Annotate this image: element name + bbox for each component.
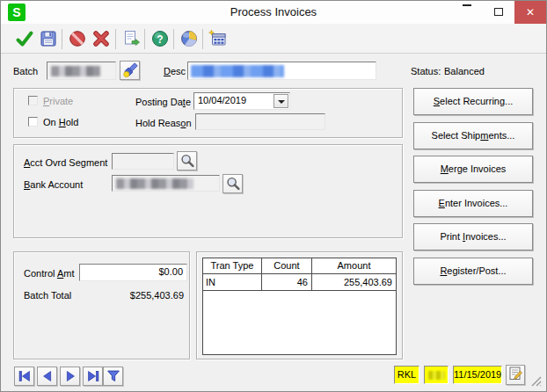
- first-record-icon: [16, 367, 33, 385]
- acct-ovrd-segment-field[interactable]: [112, 153, 174, 170]
- select-shipments-button[interactable]: Select Shipments...: [413, 122, 533, 149]
- delete-button[interactable]: [91, 29, 111, 48]
- status-label: Status:: [411, 65, 441, 77]
- cancel-button[interactable]: [68, 29, 87, 48]
- keypad-button[interactable]: [208, 29, 228, 48]
- export-button[interactable]: [121, 29, 141, 48]
- acct-ovrd-lookup-button[interactable]: [177, 151, 197, 171]
- toolbar-separator: [144, 29, 145, 49]
- batch-field[interactable]: [47, 62, 116, 80]
- help-icon: ?: [150, 29, 170, 48]
- process-invoices-window: Process Invoices S ✕: [0, 0, 547, 392]
- company-code-badge: RKL: [394, 366, 419, 384]
- web-button[interactable]: [179, 29, 199, 48]
- minimize-button[interactable]: [452, 1, 481, 24]
- enter-invoices-button[interactable]: Enter Invoices...: [413, 190, 533, 217]
- user-code-badge: [424, 366, 449, 384]
- accept-button[interactable]: [15, 29, 34, 48]
- filter-button[interactable]: [103, 367, 123, 386]
- hold-reason-label: Hold Reason: [135, 117, 192, 129]
- column-header-tran-type: Tran Type: [203, 258, 261, 274]
- on-hold-label: On Hold: [43, 116, 78, 128]
- memo-button[interactable]: [506, 365, 525, 385]
- next-record-icon: [62, 367, 79, 385]
- posting-date-value: 10/04/2019: [198, 95, 246, 105]
- cancel-icon: [68, 29, 87, 48]
- save-icon: [39, 29, 58, 48]
- user-code-redacted-value: [428, 371, 445, 380]
- minimize-icon: [463, 4, 471, 6]
- last-record-icon: [84, 367, 102, 385]
- web-pie-icon: [179, 29, 199, 48]
- private-checkbox[interactable]: [28, 96, 38, 105]
- close-button[interactable]: ✕: [514, 1, 546, 24]
- on-hold-checkbox[interactable]: [28, 117, 38, 127]
- totals-group: Control Amt $0.00 Batch Total $255,403.6…: [13, 251, 190, 359]
- title-bar: Process Invoices S ✕: [1, 1, 546, 24]
- magnifier-icon: [224, 175, 242, 192]
- posting-date-dropdown-arrow[interactable]: [274, 94, 288, 108]
- toolbar-separator: [62, 29, 62, 49]
- resize-grip[interactable]: [529, 374, 543, 388]
- previous-record-icon: [39, 367, 56, 385]
- batch-total-value: $255,403.69: [79, 289, 187, 301]
- nav-next-button[interactable]: [60, 367, 80, 386]
- delete-icon: [91, 29, 111, 48]
- save-button[interactable]: [39, 29, 58, 48]
- control-amt-field[interactable]: $0.00: [79, 264, 187, 281]
- svg-text:?: ?: [157, 33, 163, 46]
- summary-group: Tran Type Count Amount IN 46 255,403.69: [196, 251, 403, 359]
- control-amt-label: Control Amt: [24, 267, 75, 279]
- sage-logo-icon: S: [8, 4, 26, 21]
- summary-table: Tran Type Count Amount IN 46 255,403.69: [202, 258, 397, 355]
- memo-notepad-icon: [507, 366, 523, 381]
- desc-redacted-selection: [191, 65, 284, 77]
- acct-ovrd-segment-label: Acct Ovrd Segment: [24, 156, 107, 169]
- nav-last-button[interactable]: [83, 367, 103, 386]
- select-recurring-button[interactable]: Select Recurring...: [413, 88, 533, 115]
- column-header-count: Count: [262, 258, 311, 274]
- help-button[interactable]: ?: [150, 29, 170, 48]
- magnifier-icon: [179, 152, 196, 170]
- desc-label: Desc: [164, 65, 186, 77]
- close-icon: ✕: [526, 6, 535, 18]
- batch-label: Batch: [13, 65, 38, 77]
- table-row-count[interactable]: 46: [262, 275, 311, 291]
- table-row-amount[interactable]: 255,403.69: [312, 275, 396, 291]
- maximize-button[interactable]: [484, 1, 513, 24]
- posting-date-combo[interactable]: 10/04/2019: [193, 92, 290, 110]
- bank-account-lookup-button[interactable]: [222, 174, 243, 193]
- column-header-amount: Amount: [312, 258, 396, 274]
- maximize-icon: [494, 8, 503, 16]
- batch-options-group: Private Posting Date 10/04/2019 On Hold …: [13, 88, 403, 138]
- print-invoices-button[interactable]: Print Invoices...: [413, 223, 533, 250]
- toolbar-separator: [202, 29, 203, 49]
- posting-date-label: Posting Date: [135, 96, 191, 108]
- accounting-date-badge: 11/15/2019: [453, 366, 502, 384]
- batch-redacted-value: [51, 66, 100, 76]
- table-row-tran-type[interactable]: IN: [203, 275, 261, 291]
- merge-invoices-button[interactable]: Merge Invoices: [413, 156, 533, 183]
- batch-total-label: Batch Total: [24, 289, 71, 301]
- bank-account-redacted-value: [116, 178, 193, 189]
- toolbar-separator: [173, 29, 174, 49]
- private-label: Private: [43, 95, 73, 107]
- accounts-group: Acct Ovrd Segment Bank Account: [13, 144, 403, 238]
- desc-field[interactable]: [187, 62, 376, 80]
- keypad-icon: [208, 29, 228, 48]
- bank-account-field[interactable]: [112, 175, 220, 192]
- nav-previous-button[interactable]: [37, 367, 57, 386]
- bank-account-label: Bank Account: [24, 178, 83, 191]
- nav-first-button[interactable]: [14, 367, 34, 386]
- accept-icon: [15, 29, 34, 48]
- status-value: Balanced: [444, 65, 485, 77]
- hold-reason-field[interactable]: [195, 113, 325, 130]
- filter-funnel-icon: [105, 367, 122, 385]
- register-post-button[interactable]: Register/Post...: [413, 258, 533, 285]
- toolbar-separator: [115, 29, 116, 49]
- grid-line: [203, 290, 396, 291]
- flashlight-icon: [121, 62, 139, 79]
- batch-lookup-button[interactable]: [120, 61, 140, 80]
- export-document-icon: [121, 29, 141, 48]
